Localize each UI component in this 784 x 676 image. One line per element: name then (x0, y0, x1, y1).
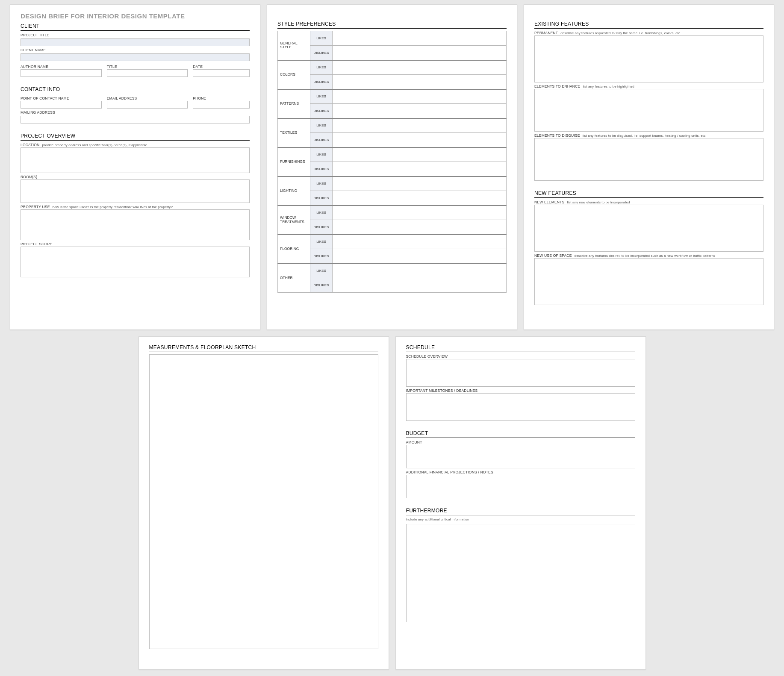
style-dislikes-cell (333, 75, 507, 89)
label-rooms: ROOM(S) (21, 175, 250, 179)
input-permanent[interactable] (534, 35, 763, 82)
style-likes-label: LIKES (310, 118, 333, 133)
label-project-title: PROJECT TITLE (21, 33, 250, 37)
section-existing-features: EXISTING FEATURES (534, 21, 763, 29)
section-project-overview: PROJECT OVERVIEW (21, 133, 250, 141)
style-dislikes-cell (333, 278, 507, 293)
hint-enhance: list any features to be highlighted (583, 85, 634, 88)
card-sketch: MEASUREMENTS & FLOORPLAN SKETCH (139, 336, 389, 670)
input-project-title[interactable] (21, 38, 250, 46)
style-likes-cell (333, 89, 507, 104)
style-likes-cell (333, 176, 507, 191)
style-likes-input[interactable] (333, 36, 506, 42)
style-likes-input[interactable] (333, 65, 506, 71)
style-category: FLOORING (278, 235, 310, 264)
style-likes-cell (333, 235, 507, 249)
section-budget: BUDGET (406, 430, 635, 438)
label-amount: AMOUNT (406, 440, 635, 444)
style-dislikes-input[interactable] (333, 50, 506, 56)
label-client-name: CLIENT NAME (21, 48, 250, 52)
style-dislikes-input[interactable] (333, 225, 506, 231)
style-likes-input[interactable] (333, 123, 506, 129)
style-dislikes-label: DISLIKES (310, 75, 333, 89)
sketch-canvas[interactable] (149, 354, 378, 649)
style-dislikes-label: DISLIKES (310, 133, 333, 147)
style-dislikes-cell (333, 162, 507, 176)
style-likes-cell (333, 206, 507, 220)
input-milestones[interactable] (406, 393, 635, 421)
input-location[interactable] (21, 147, 250, 173)
input-mailing[interactable] (21, 116, 250, 123)
style-likes-label: LIKES (310, 89, 333, 104)
input-property-use[interactable] (21, 209, 250, 240)
input-email[interactable] (107, 101, 188, 109)
hint-permanent: describe any features requested to stay … (560, 31, 681, 35)
input-new-use[interactable] (534, 258, 763, 305)
style-category: LIGHTING (278, 176, 310, 206)
input-fin-notes[interactable] (406, 475, 635, 498)
input-poc[interactable] (21, 101, 102, 109)
style-dislikes-input[interactable] (333, 79, 506, 85)
input-disguise[interactable] (534, 138, 763, 181)
style-dislikes-label: DISLIKES (310, 220, 333, 235)
card-schedule-budget: SCHEDULE SCHEDULE OVERVIEW IMPORTANT MIL… (395, 336, 646, 670)
style-prefs-table: GENERAL STYLELIKESDISLIKESCOLORSLIKESDIS… (277, 31, 507, 293)
input-client-name[interactable] (21, 53, 250, 61)
label-permanent: PERMANENT (534, 31, 558, 35)
style-dislikes-input[interactable] (333, 109, 506, 115)
label-mailing: MAILING ADDRESS (21, 110, 250, 115)
furthermore-image-area[interactable] (406, 524, 635, 622)
label-milestones: IMPORTANT MILESTONES / DEADLINES (406, 388, 635, 393)
input-project-scope[interactable] (21, 247, 250, 277)
hint-new-use: describe any features desired to be inco… (575, 254, 716, 258)
hint-property-use: how is the space used? Is the property r… (53, 205, 173, 209)
label-new-use: NEW USE OF SPACE (534, 253, 572, 258)
style-dislikes-input[interactable] (333, 196, 506, 202)
input-rooms[interactable] (21, 179, 250, 203)
input-schedule-overview[interactable] (406, 359, 635, 387)
style-likes-input[interactable] (333, 182, 506, 188)
style-likes-cell (333, 60, 507, 75)
input-enhance[interactable] (534, 89, 763, 132)
style-dislikes-label: DISLIKES (310, 249, 333, 264)
style-category: GENERAL STYLE (278, 31, 310, 60)
label-enhance: ELEMENTS TO ENHANCE (534, 84, 580, 88)
style-likes-cell (333, 31, 507, 46)
input-phone[interactable] (193, 101, 250, 109)
card-client: DESIGN BRIEF FOR INTERIOR DESIGN TEMPLAT… (10, 4, 260, 330)
style-likes-input[interactable] (333, 153, 506, 159)
style-likes-label: LIKES (310, 31, 333, 46)
input-title[interactable] (107, 69, 188, 77)
style-likes-input[interactable] (333, 240, 506, 246)
style-dislikes-input[interactable] (333, 167, 506, 173)
style-dislikes-cell (333, 46, 507, 60)
style-likes-label: LIKES (310, 264, 333, 278)
style-dislikes-input[interactable] (333, 138, 506, 144)
style-likes-label: LIKES (310, 206, 333, 220)
input-date[interactable] (193, 69, 250, 77)
section-furthermore: FURTHERMORE (406, 508, 635, 515)
style-likes-input[interactable] (333, 94, 506, 100)
input-author-name[interactable] (21, 69, 102, 77)
style-likes-label: LIKES (310, 176, 333, 191)
style-dislikes-label: DISLIKES (310, 46, 333, 60)
style-dislikes-cell (333, 191, 507, 206)
input-amount[interactable] (406, 445, 635, 468)
style-dislikes-input[interactable] (333, 283, 506, 289)
section-style-prefs: STYLE PREFERENCES (277, 21, 507, 29)
style-category: COLORS (278, 60, 310, 89)
section-schedule: SCHEDULE (406, 344, 635, 352)
style-dislikes-cell (333, 249, 507, 264)
card-style-prefs: STYLE PREFERENCES GENERAL STYLELIKESDISL… (267, 4, 517, 330)
label-author-name: AUTHOR NAME (21, 65, 102, 69)
main-title: DESIGN BRIEF FOR INTERIOR DESIGN TEMPLAT… (21, 12, 250, 20)
label-date: DATE (193, 65, 250, 69)
label-title: TITLE (107, 65, 188, 69)
style-likes-label: LIKES (310, 147, 333, 162)
input-new-elements[interactable] (534, 205, 763, 252)
style-likes-input[interactable] (333, 211, 506, 217)
style-likes-input[interactable] (333, 269, 506, 275)
label-property-use: PROPERTY USE (21, 205, 50, 209)
style-dislikes-input[interactable] (333, 254, 506, 260)
section-new-features: NEW FEATURES (534, 190, 763, 198)
